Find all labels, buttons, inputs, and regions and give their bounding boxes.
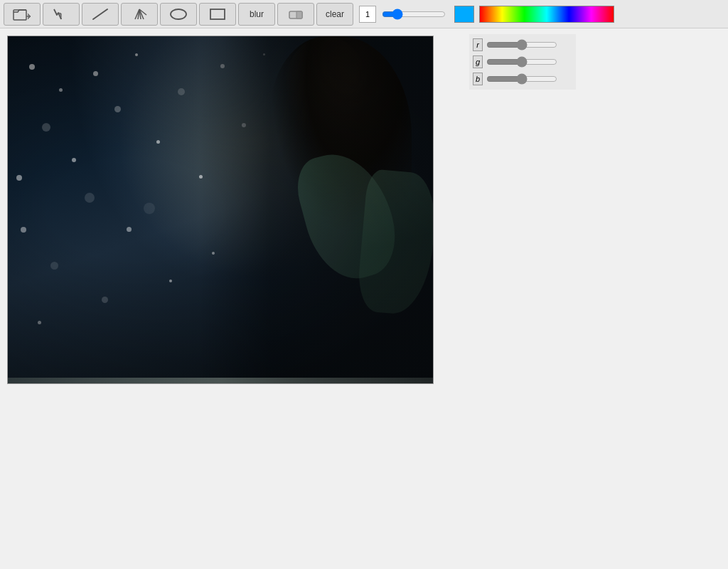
svg-rect-9 [210,9,225,19]
toolbar: blur clear 1 [0,0,728,28]
star-particle [102,297,108,303]
star-particle [93,71,98,76]
svg-point-8 [171,9,186,19]
pencil-tool[interactable] [82,3,119,26]
size-display: 1 [359,6,376,23]
canvas-area [0,28,728,391]
clear-button[interactable]: clear [316,3,353,26]
blur-tool[interactable]: blur [238,3,275,26]
star-particle [114,106,121,112]
svg-rect-0 [14,10,26,20]
star-particle [169,280,172,282]
size-slider[interactable] [382,9,446,20]
bottom-light-strip [8,378,433,383]
star-particle [85,193,95,203]
rectangle-tool[interactable] [199,3,236,26]
svg-rect-11 [296,11,302,18]
color-gradient[interactable] [479,6,614,23]
star-particle [72,158,76,162]
ellipse-tool[interactable] [160,3,197,26]
svg-line-2 [93,9,107,19]
star-particle [29,64,35,70]
star-particle [59,88,63,92]
star-particle [42,123,50,132]
main-canvas[interactable] [7,36,434,384]
bucket-fill-tool[interactable] [4,3,41,26]
select-tool[interactable] [43,3,80,26]
multi-line-tool[interactable] [121,3,158,26]
color-preview[interactable] [454,6,474,23]
eraser-tool[interactable] [277,3,314,26]
star-particle [50,262,58,270]
star-particle [38,321,41,324]
